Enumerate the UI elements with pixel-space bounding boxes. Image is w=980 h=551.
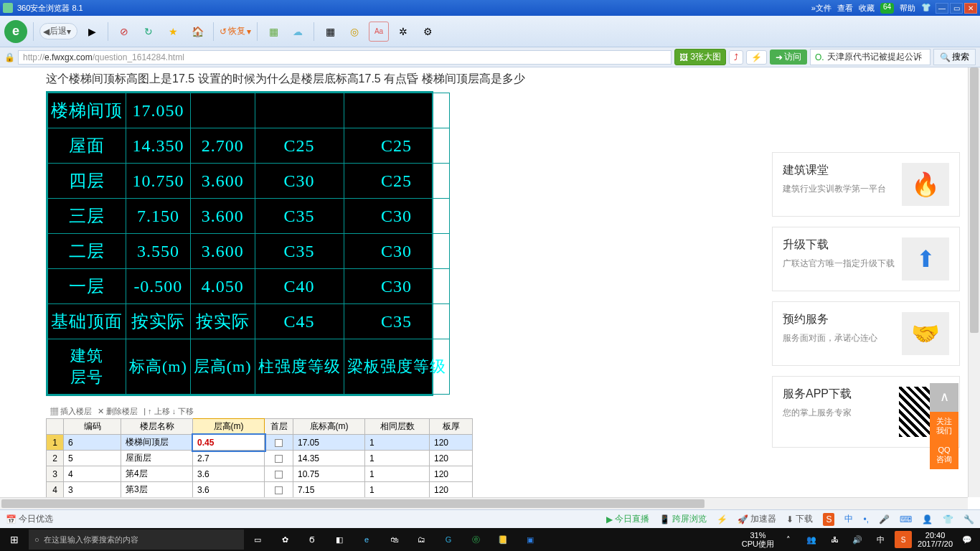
- cell[interactable]: 120: [430, 466, 473, 482]
- tray-people-icon[interactable]: 👥: [803, 531, 820, 548]
- share-button[interactable]: ⤴: [729, 50, 743, 65]
- cell[interactable]: 120: [430, 482, 473, 498]
- cell[interactable]: [265, 451, 293, 466]
- cross-screen[interactable]: 📱跨屏浏览: [659, 513, 707, 525]
- restore-button[interactable]: ↺ 恢复 ▾: [220, 25, 251, 37]
- cell[interactable]: 1: [365, 482, 430, 498]
- app-store[interactable]: 🛍: [380, 528, 407, 551]
- minimize-button[interactable]: —: [936, 3, 948, 14]
- checkbox[interactable]: [275, 486, 283, 494]
- column-header[interactable]: 层高(m): [193, 419, 265, 435]
- app-3[interactable]: ◧: [326, 528, 353, 551]
- wallet-icon[interactable]: ▦: [263, 22, 283, 42]
- coin-icon[interactable]: ◎: [344, 22, 364, 42]
- gear-icon[interactable]: ⚙: [418, 22, 438, 42]
- app-g[interactable]: G: [435, 528, 462, 551]
- tray-net-icon[interactable]: 🖧: [826, 531, 843, 548]
- cell[interactable]: 6: [64, 435, 121, 451]
- fx-icon[interactable]: ✲: [393, 22, 413, 42]
- cell[interactable]: 5: [64, 451, 121, 466]
- cell[interactable]: 第3层: [121, 482, 193, 498]
- horizontal-scrollbar[interactable]: [0, 497, 968, 509]
- qq-consult-button[interactable]: QQ 咨询: [930, 441, 958, 469]
- column-header[interactable]: 编码: [64, 419, 121, 435]
- menu-view[interactable]: 查看: [837, 3, 853, 14]
- vertical-scrollbar[interactable]: [968, 67, 980, 497]
- follow-us-button[interactable]: 关注 我们: [930, 412, 958, 441]
- cloud-icon[interactable]: ☁: [288, 22, 308, 42]
- browser-logo[interactable]: e: [4, 20, 27, 43]
- cell[interactable]: 3.6: [193, 466, 265, 482]
- app-2[interactable]: Ϭ: [298, 528, 326, 551]
- star-icon[interactable]: ★: [163, 22, 183, 42]
- update-badge[interactable]: 64: [880, 3, 894, 14]
- cell[interactable]: 1: [365, 451, 430, 466]
- card-download[interactable]: 升级下载广联达官方唯一指定升级下载 ⬆: [772, 227, 960, 291]
- tray-vol-icon[interactable]: 🔊: [849, 531, 866, 548]
- cell[interactable]: [265, 482, 293, 498]
- download-mgr[interactable]: ⬇下载: [786, 513, 813, 525]
- menu-help[interactable]: 帮助: [900, 3, 915, 14]
- live-today[interactable]: ▶今日直播: [606, 513, 649, 525]
- go-button[interactable]: ➜ 访问: [770, 50, 807, 65]
- app-edge[interactable]: e: [353, 528, 380, 551]
- menu-favorites[interactable]: 收藏: [859, 3, 875, 14]
- back-button[interactable]: ◀ 后退 ▾: [39, 23, 77, 39]
- back-to-top-button[interactable]: ∧: [930, 383, 958, 412]
- column-header[interactable]: 楼层名称: [121, 419, 193, 435]
- cell[interactable]: 楼梯间顶层: [121, 435, 193, 451]
- cell[interactable]: 14.35: [293, 451, 365, 466]
- forward-button[interactable]: ▶: [82, 22, 102, 42]
- action-center-icon[interactable]: 💬: [958, 531, 976, 548]
- app-explorer[interactable]: 🗂: [407, 528, 435, 551]
- card-course[interactable]: 建筑课堂建筑行业实训教学第一平台 🔥: [772, 152, 960, 217]
- close-button[interactable]: ✕: [964, 3, 977, 14]
- wrench-icon[interactable]: 🔧: [963, 514, 974, 524]
- cell[interactable]: 120: [430, 435, 473, 451]
- start-button[interactable]: ⊞: [0, 528, 29, 551]
- taskbar-search[interactable]: ○ 在这里输入你要搜索的内容: [29, 529, 244, 550]
- lightning-button[interactable]: ⚡: [746, 50, 767, 65]
- checkbox[interactable]: [275, 471, 283, 479]
- cpu-meter[interactable]: 31% CPU使用: [742, 531, 774, 548]
- table-row[interactable]: 25屋面层2.714.351120: [47, 451, 473, 466]
- punct-indicator[interactable]: •,: [863, 514, 869, 524]
- cell[interactable]: 0.45: [193, 435, 265, 451]
- column-header[interactable]: 板厚: [430, 419, 473, 435]
- shirt-icon[interactable]: 👕: [943, 514, 953, 524]
- bolt-icon[interactable]: ⚡: [717, 514, 727, 524]
- person-icon[interactable]: 👤: [922, 514, 933, 524]
- column-header[interactable]: 底标高(m): [293, 419, 365, 435]
- cell[interactable]: 1: [365, 435, 430, 451]
- cell[interactable]: 17.05: [293, 435, 365, 451]
- checkbox[interactable]: [275, 455, 283, 463]
- checkbox[interactable]: [275, 439, 283, 447]
- table-row[interactable]: 43第3层3.67.151120: [47, 482, 473, 498]
- table-row[interactable]: 16楼梯间顶层0.4517.051120: [47, 435, 473, 451]
- zh-indicator[interactable]: 中: [844, 513, 853, 525]
- home-icon[interactable]: 🏠: [187, 22, 207, 42]
- cell[interactable]: 10.75: [293, 466, 365, 482]
- aa-icon[interactable]: Aa: [369, 22, 389, 42]
- search-button[interactable]: 🔍 搜索: [933, 49, 976, 65]
- stop-icon[interactable]: ⊘: [114, 22, 134, 42]
- big-image-button[interactable]: 🖼 3张大图: [674, 49, 726, 65]
- search-input[interactable]: O. 天津原代书记被提起公诉: [810, 49, 930, 65]
- cell[interactable]: 2.7: [193, 451, 265, 466]
- app-1[interactable]: ✿: [271, 528, 298, 551]
- cell[interactable]: [265, 435, 293, 451]
- cell[interactable]: 1: [365, 466, 430, 482]
- keyboard-icon[interactable]: ⌨: [900, 514, 912, 524]
- address-input[interactable]: http://e.fwxgx.com/question_1614284.html: [18, 50, 672, 65]
- cell[interactable]: 3: [64, 482, 121, 498]
- accelerator[interactable]: 🚀加速器: [738, 513, 776, 525]
- skin-icon[interactable]: 👕: [921, 3, 931, 14]
- cell[interactable]: 第4层: [121, 466, 193, 482]
- refresh-icon[interactable]: ↻: [138, 22, 159, 42]
- cell[interactable]: [265, 466, 293, 482]
- mic-icon[interactable]: 🎤: [879, 514, 890, 524]
- taskbar-clock[interactable]: 20:40 2017/7/20: [918, 531, 953, 548]
- table-row[interactable]: 34第4层3.610.751120: [47, 466, 473, 482]
- cell[interactable]: 7.15: [293, 482, 365, 498]
- menu-file[interactable]: 文件: [816, 3, 831, 14]
